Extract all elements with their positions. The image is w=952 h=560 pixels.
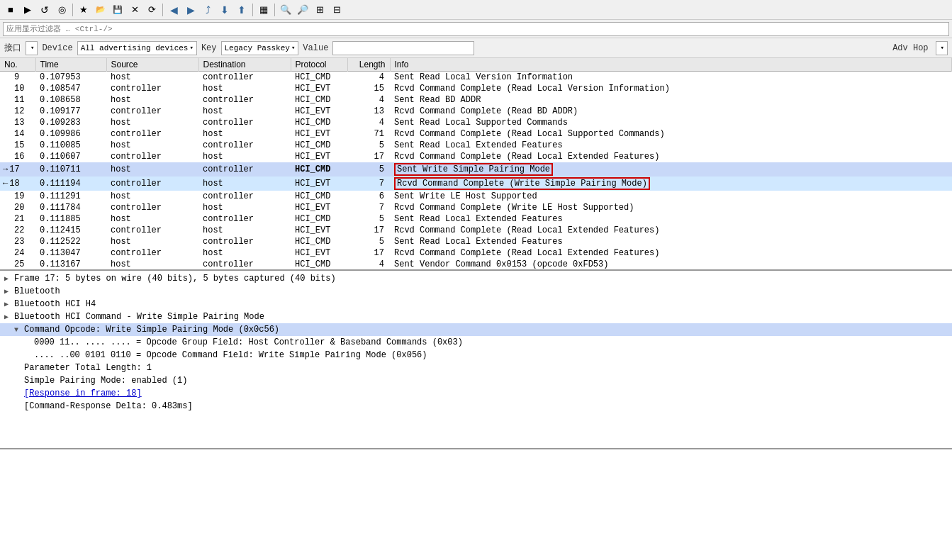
detail-row-cmd-delta[interactable]: [Command-Response Delta: 0.483ms] [0, 400, 952, 413]
play-button[interactable]: ▶ [20, 2, 35, 18]
table-row[interactable]: 160.110607controllerhostHCI_EVT17Rcvd Co… [0, 151, 952, 162]
expand-icon-hci-h4[interactable]: ▶ [4, 300, 14, 308]
packet-source: controller [106, 247, 198, 259]
packet-destination: controller [198, 117, 291, 128]
detail-row-opcode-group[interactable]: 0000 11.. .... .... = Opcode Group Field… [0, 336, 952, 349]
detail-row-hci-h4[interactable]: ▶Bluetooth HCI H4 [0, 298, 952, 310]
expand-icon-frame[interactable]: ▶ [4, 274, 14, 283]
packet-length: 7 [347, 177, 390, 191]
expand-icon-hci-cmd[interactable]: ▶ [4, 313, 14, 321]
packet-length: 4 [347, 72, 390, 84]
table-row[interactable]: 110.108658hostcontrollerHCI_CMD4Sent Rea… [0, 94, 952, 106]
packet-time: 0.112415 [35, 225, 106, 236]
packet-length: 5 [347, 140, 390, 151]
detail-row-frame[interactable]: ▶Frame 17: 5 bytes on wire (40 bits), 5 … [0, 272, 952, 285]
zoom-fit-button[interactable]: ⊞ [312, 2, 327, 18]
table-row[interactable]: 150.110085hostcontrollerHCI_CMD5Sent Rea… [0, 140, 952, 151]
refresh-button[interactable]: ⟳ [144, 2, 159, 18]
target-button[interactable]: ◎ [54, 2, 69, 18]
table-row[interactable]: ←180.111194controllerhostHCI_EVT7Rcvd Co… [0, 177, 952, 191]
packet-time: 0.109283 [35, 117, 106, 128]
packet-info: Rcvd Command Complete (Write Simple Pair… [390, 177, 952, 191]
packet-info: Rcvd Command Complete (Read Local Versio… [390, 83, 952, 94]
packet-length: 5 [347, 162, 390, 177]
table-row[interactable]: →170.110711hostcontrollerHCI_CMD5Sent Wr… [0, 162, 952, 177]
table-row[interactable]: 210.111885hostcontrollerHCI_CMD5Sent Rea… [0, 213, 952, 225]
packet-source: host [106, 117, 198, 128]
table-row[interactable]: 250.113167hostcontrollerHCI_CMD4Sent Ven… [0, 259, 952, 270]
key-label: Key [201, 43, 217, 53]
packet-source: controller [106, 106, 198, 117]
search-back-button[interactable]: ◀ [166, 2, 181, 18]
table-row[interactable]: 200.111784controllerhostHCI_EVT7Rcvd Com… [0, 202, 952, 213]
col-info: Info [390, 58, 952, 72]
value-input[interactable] [332, 41, 474, 55]
packet-no: 19 [3, 191, 24, 201]
down-button[interactable]: ⬇ [217, 2, 233, 18]
expand-icon-bluetooth[interactable]: ▶ [4, 287, 14, 296]
packet-info: Sent Read Local Extended Features [390, 140, 952, 151]
packet-destination: host [198, 106, 291, 117]
packet-destination: controller [198, 140, 291, 151]
packet-protocol: HCI_EVT [291, 83, 347, 94]
table-row[interactable]: 240.113047controllerhostHCI_EVT17Rcvd Co… [0, 247, 952, 259]
packet-info: Rcvd Command Complete (Read Local Extend… [390, 247, 952, 259]
detail-row-hci-cmd[interactable]: ▶Bluetooth HCI Command - Write Simple Pa… [0, 310, 952, 323]
adv-hop-arrow: ▾ [941, 44, 944, 52]
detail-row-response-link[interactable]: [Response in frame: 18] [0, 387, 952, 400]
packet-destination: host [198, 225, 291, 236]
ruler-button[interactable]: ⊟ [329, 2, 345, 18]
table-row[interactable]: 90.107953hostcontrollerHCI_CMD4Sent Read… [0, 72, 952, 84]
packet-no: 16 [3, 152, 24, 162]
restart-button[interactable]: ↺ [37, 2, 52, 18]
packet-protocol: HCI_CMD [291, 72, 347, 84]
packet-no: 9 [3, 72, 19, 82]
detail-row-bluetooth[interactable]: ▶Bluetooth [0, 285, 952, 298]
packet-destination: controller [198, 94, 291, 106]
display-filter-input[interactable] [3, 22, 949, 36]
device-value: All advertising devices [81, 44, 189, 52]
zoom-out-button[interactable]: 🔎 [295, 2, 310, 18]
device-label: Device [42, 43, 72, 53]
go-button[interactable]: ⤴ [200, 2, 215, 18]
open-button[interactable]: 📂 [93, 2, 108, 18]
detail-row-param-len[interactable]: Parameter Total Length: 1 [0, 362, 952, 374]
table-row[interactable]: 220.112415controllerhostHCI_EVT17Rcvd Co… [0, 225, 952, 236]
table-row[interactable]: 230.112522hostcontrollerHCI_CMD5Sent Rea… [0, 236, 952, 247]
key-dropdown[interactable]: Legacy Passkey ▾ [221, 41, 299, 55]
adv-hop-dropdown[interactable]: ▾ [936, 41, 948, 55]
detail-row-opcode[interactable]: ▼Command Opcode: Write Simple Pairing Mo… [0, 323, 952, 336]
capture-button[interactable]: ▦ [256, 2, 271, 18]
zoom-in-button[interactable]: 🔍 [278, 2, 293, 18]
packet-source: controller [106, 225, 198, 236]
packet-no: 20 [3, 203, 24, 213]
table-row[interactable]: 130.109283hostcontrollerHCI_CMD4Sent Rea… [0, 117, 952, 128]
packet-time: 0.108658 [35, 94, 106, 106]
packet-info: Sent Vendor Command 0x0153 (opcode 0xFD5… [390, 259, 952, 270]
device-dropdown[interactable]: All advertising devices ▾ [77, 41, 197, 55]
packet-length: 17 [347, 151, 390, 162]
detail-text-frame: Frame 17: 5 bytes on wire (40 bits), 5 b… [14, 274, 948, 284]
packet-protocol: HCI_CMD [291, 191, 347, 202]
bookmark-button[interactable]: ★ [76, 2, 91, 18]
info-highlighted: Sent Write Simple Pairing Mode [394, 163, 553, 176]
stop-button[interactable]: ■ [3, 2, 18, 18]
packet-time: 0.112522 [35, 236, 106, 247]
detail-row-pairing-mode[interactable]: Simple Pairing Mode: enabled (1) [0, 374, 952, 387]
packet-time: 0.111784 [35, 202, 106, 213]
save-button[interactable]: 💾 [110, 2, 125, 18]
expand-icon-opcode[interactable]: ▼ [14, 326, 24, 334]
interface-dropdown[interactable]: ▾ [26, 41, 38, 55]
detail-row-opcode-cmd[interactable]: .... ..00 0101 0110 = Opcode Command Fie… [0, 349, 952, 362]
packet-no: 13 [3, 118, 24, 128]
table-row[interactable]: 100.108547controllerhostHCI_EVT15Rcvd Co… [0, 83, 952, 94]
table-row[interactable]: 120.109177controllerhostHCI_EVT13Rcvd Co… [0, 106, 952, 117]
up-button[interactable]: ⬆ [234, 2, 250, 18]
packet-time: 0.107953 [35, 72, 106, 84]
packet-protocol: HCI_EVT [291, 106, 347, 117]
close-file-button[interactable]: ✕ [127, 2, 142, 18]
table-row[interactable]: 190.111291hostcontrollerHCI_CMD6Sent Wri… [0, 191, 952, 202]
table-row[interactable]: 140.109986controllerhostHCI_EVT71Rcvd Co… [0, 128, 952, 140]
search-fwd-button[interactable]: ▶ [183, 2, 198, 18]
packet-source: controller [106, 83, 198, 94]
